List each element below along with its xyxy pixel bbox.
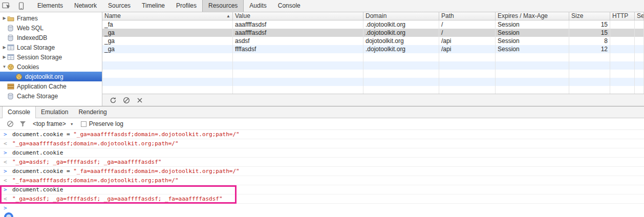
cell-value: aaaffffasdsf: [233, 29, 363, 37]
inspect-element-icon[interactable]: [0, 0, 14, 12]
table-row-selected[interactable]: _ga aaaffffasdsf .dojotoolkit.org / Sess…: [102, 29, 644, 37]
tab-audits[interactable]: Audits: [244, 0, 272, 12]
disclosure-triangle-icon[interactable]: ▶: [2, 55, 7, 59]
refresh-icon[interactable]: [106, 95, 120, 105]
sidebar-item-cookies[interactable]: ▼ Cookies: [0, 62, 102, 72]
sidebar-item-dojotoolkit-org[interactable]: dojotoolkit.org: [0, 72, 102, 81]
tab-network[interactable]: Network: [69, 0, 102, 12]
table-row[interactable]: _ga ffffasdsf .dojotoolkit.org /api Sess…: [102, 45, 644, 53]
cell-http: [610, 20, 635, 29]
frame-context-selector[interactable]: <top frame>: [33, 120, 66, 127]
resources-sidebar: ▶ Frames Web SQL IndexedDB ▶ Local: [0, 12, 102, 106]
tab-profiles[interactable]: Profiles: [170, 0, 202, 12]
drawer-tab-rendering[interactable]: Rendering: [73, 106, 112, 118]
sidebar-item-indexeddb[interactable]: IndexedDB: [0, 33, 102, 42]
clear-icon[interactable]: [120, 95, 133, 105]
sidebar-item-cache-storage[interactable]: Cache Storage: [0, 91, 102, 101]
cell-expires: Session: [496, 37, 569, 45]
cell-path: /: [439, 20, 496, 29]
tab-timeline[interactable]: Timeline: [136, 0, 170, 12]
command-prompt-icon: >: [4, 167, 7, 176]
command-prompt-icon: >: [4, 148, 7, 157]
sidebar-item-label: Cookies: [17, 63, 39, 71]
drawer-tab-console[interactable]: Console: [2, 106, 36, 118]
sidebar-item-local-storage[interactable]: ▶ Local Storage: [0, 42, 102, 52]
cell-http: [610, 37, 635, 45]
preserve-log-label[interactable]: Preserve log: [89, 120, 123, 127]
column-header-name[interactable]: Name ▲: [102, 12, 233, 20]
cell-name: _ga: [102, 45, 233, 53]
sidebar-item-label: dojotoolkit.org: [25, 73, 63, 80]
tab-elements[interactable]: Elements: [32, 0, 69, 12]
result-arrow-icon: <: [4, 176, 7, 185]
result-arrow-icon: <: [4, 194, 7, 203]
sidebar-item-label: Application Cache: [17, 83, 67, 90]
console-string: "_ga=aaaffffasdsf;domain=.dojotoolkit.or…: [12, 140, 179, 147]
folder-icon: [7, 14, 15, 22]
cell-value: asdsf: [233, 37, 363, 45]
cookies-toolbar: [102, 94, 644, 106]
cell-value: aaaffffasdsf: [233, 20, 363, 29]
table-row[interactable]: _fa aaaffffasdsf .dojotoolkit.org / Sess…: [102, 20, 644, 29]
console-log: >document.cookie = "_ga=aaaffffasdsf;dom…: [0, 130, 644, 204]
sidebar-item-frames[interactable]: ▶ Frames: [0, 13, 102, 23]
empty-row: [102, 70, 644, 78]
cell-path: /api: [439, 45, 496, 53]
column-header-value[interactable]: Value: [233, 12, 363, 20]
console-string: "_fa=aaaffffasdsf;domain=.dojotoolkit.or…: [12, 177, 179, 184]
chevron-down-icon[interactable]: ▼: [70, 122, 74, 126]
drawer-tab-bar: Console Emulation Rendering: [0, 106, 644, 118]
drawer-panel: Console Emulation Rendering <top frame> …: [0, 106, 644, 217]
command-prompt-icon: >: [4, 130, 7, 139]
preserve-log-checkbox[interactable]: [81, 121, 87, 127]
column-header-domain[interactable]: Domain: [363, 12, 439, 20]
cell-http: [610, 45, 635, 53]
column-header-http[interactable]: HTTP: [610, 12, 635, 20]
device-mode-icon[interactable]: [14, 0, 28, 12]
storage-table-icon: [7, 44, 15, 51]
cell-secure: [635, 45, 644, 53]
sidebar-item-label: Cache Storage: [17, 93, 58, 100]
cell-size: 15: [569, 20, 610, 29]
empty-row: [102, 86, 644, 94]
sidebar-item-label: Frames: [17, 15, 38, 22]
devtools-window: Elements Network Sources Timeline Profil…: [0, 0, 644, 217]
clear-console-icon[interactable]: [4, 120, 16, 127]
disclosure-triangle-icon[interactable]: ▶: [2, 45, 7, 50]
console-command: >document.cookie = "_fa=aaaffffasdsf;dom…: [0, 167, 644, 176]
column-header-expires[interactable]: Expires / Max-Age: [496, 12, 569, 20]
cell-secure: [635, 37, 644, 45]
table-header-row: Name ▲ Value Domain Path Expires / Max-A…: [102, 12, 644, 20]
column-label: Name: [104, 12, 121, 20]
delete-icon[interactable]: [133, 95, 146, 105]
console-string: "_fa=aaaffffasdsf;domain=.dojotoolkit.or…: [73, 168, 240, 175]
console-command: >document.cookie: [0, 185, 644, 194]
column-header-secure[interactable]: Secure: [635, 12, 644, 20]
cell-secure: [635, 20, 644, 29]
console-result: <"_ga=aaaffffasdsf;domain=.dojotoolkit.o…: [0, 139, 644, 148]
tab-sources[interactable]: Sources: [102, 0, 136, 12]
sidebar-item-label: Session Storage: [17, 54, 62, 61]
tab-resources[interactable]: Resources: [202, 0, 244, 12]
sidebar-item-application-cache[interactable]: Application Cache: [0, 81, 102, 91]
cell-size: 15: [569, 29, 610, 37]
sidebar-item-session-storage[interactable]: ▶ Session Storage: [0, 52, 102, 62]
disclosure-triangle-icon[interactable]: ▶: [2, 16, 7, 20]
column-header-size[interactable]: Size: [569, 12, 610, 20]
console-string: "_ga=aaaffffasdsf;domain=.dojotoolkit.or…: [73, 131, 240, 138]
console-code: document.cookie: [12, 149, 63, 156]
sidebar-item-web-sql[interactable]: Web SQL: [0, 23, 102, 33]
filter-funnel-icon[interactable]: [16, 121, 29, 127]
drawer-tab-emulation[interactable]: Emulation: [36, 106, 73, 118]
disclosure-triangle-icon[interactable]: ▼: [2, 64, 7, 69]
console-result: <"_ga=asdsf; _ga=ffffasdsf; _ga=aaaffffa…: [0, 194, 644, 204]
console-result: <"_ga=asdsf; _ga=ffffasdsf; _ga=aaaffffa…: [0, 158, 644, 167]
cell-http: [610, 29, 635, 37]
sidebar-item-label: Local Storage: [17, 44, 55, 51]
console-input-line[interactable]: >: [0, 204, 644, 213]
tab-console[interactable]: Console: [272, 0, 306, 12]
table-row[interactable]: _ga asdsf dojotoolkit.org /api Session 8: [102, 37, 644, 45]
cell-domain: .dojotoolkit.org: [363, 20, 439, 29]
column-header-path[interactable]: Path: [439, 12, 496, 20]
cookie-icon: [15, 73, 23, 80]
